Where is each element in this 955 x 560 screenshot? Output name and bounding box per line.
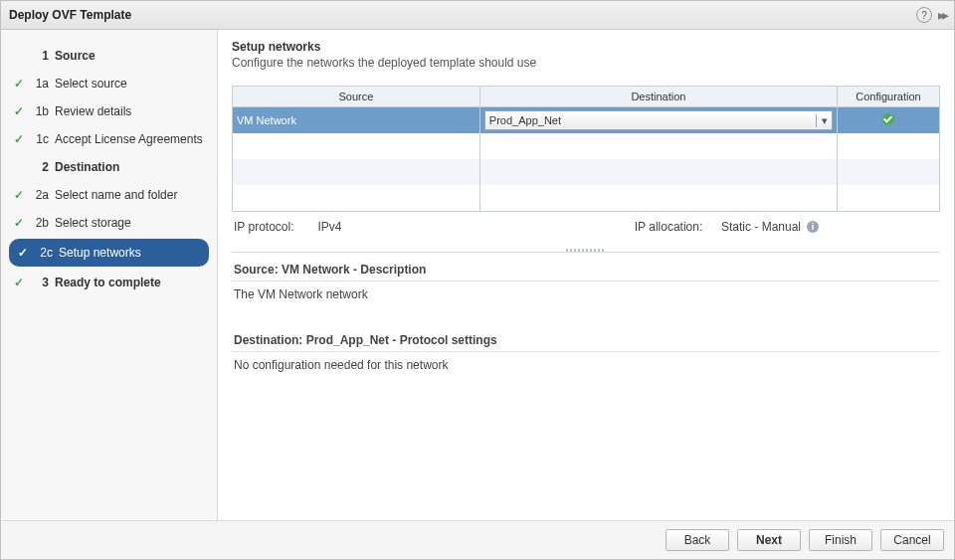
check-icon: ✓ (11, 276, 27, 289)
step-label: Destination (55, 160, 209, 174)
check-icon: ✓ (11, 104, 27, 118)
wizard-step-select-source[interactable]: ✓ 1a Select source (1, 70, 217, 97)
ip-protocol-value: IPv4 (317, 220, 341, 234)
back-button[interactable]: Back (666, 529, 729, 551)
finish-button[interactable]: Finish (809, 529, 872, 551)
cell-destination: Prod_App_Net ▾ (479, 107, 837, 134)
cell-config (838, 107, 940, 134)
dialog-footer: Back Next Finish Cancel (1, 520, 954, 559)
help-icon[interactable]: ? (916, 7, 932, 23)
empty-row (233, 159, 940, 185)
ip-allocation-value: Static - Manual (721, 220, 801, 234)
step-label: Select name and folder (55, 188, 209, 202)
wizard-step-select-name-folder[interactable]: ✓ 2a Select name and folder (1, 181, 217, 209)
network-mapping-table: Source Destination Configuration VM Netw… (232, 86, 940, 212)
step-label: Source (55, 49, 209, 63)
next-button[interactable]: Next (737, 529, 801, 551)
empty-row (233, 133, 940, 159)
col-configuration: Configuration (838, 87, 940, 107)
step-label: Select source (55, 77, 209, 91)
wizard-step-accept-license[interactable]: ✓ 1c Accept License Agreements (1, 125, 217, 153)
step-label: Ready to complete (55, 276, 209, 289)
ip-allocation-label: IP allocation: (635, 220, 703, 234)
step-number: 1b (29, 104, 49, 118)
source-description-head: Source: VM Network - Description (232, 253, 940, 281)
destination-selected-value: Prod_App_Net (489, 114, 816, 126)
wizard-content: Setup networks Configure the networks th… (218, 30, 954, 520)
cell-source: VM Network (233, 107, 480, 134)
check-icon: ✓ (11, 77, 27, 91)
network-row[interactable]: VM Network Prod_App_Net ▾ (233, 107, 940, 134)
cancel-button[interactable]: Cancel (880, 529, 944, 551)
step-number: 2c (33, 246, 53, 260)
protocol-row: IP protocol: IPv4 IP allocation: Static … (232, 212, 940, 246)
step-number: 3 (29, 276, 49, 289)
pin-arrows-icon[interactable]: ▸▸ (938, 7, 946, 23)
step-number: 2b (29, 216, 49, 230)
destination-description-head: Destination: Prod_App_Net - Protocol set… (232, 323, 940, 352)
titlebar: Deploy OVF Template ? ▸▸ (1, 1, 954, 30)
deploy-ovf-dialog: Deploy OVF Template ? ▸▸ 1 Source ✓ 1a S… (0, 0, 955, 560)
chevron-down-icon: ▾ (816, 114, 828, 127)
step-number: 1 (29, 49, 49, 63)
wizard-sidebar: 1 Source ✓ 1a Select source ✓ 1b Review … (1, 30, 218, 520)
step-label: Setup networks (59, 246, 203, 260)
step-number: 2 (29, 160, 49, 174)
wizard-step-destination[interactable]: 2 Destination (1, 153, 217, 181)
step-number: 2a (29, 188, 49, 202)
empty-row (233, 185, 940, 212)
content-subheading: Configure the networks the deployed temp… (232, 56, 940, 70)
content-heading: Setup networks (232, 40, 940, 54)
check-icon: ✓ (11, 132, 27, 146)
ip-protocol-label: IP protocol: (234, 220, 293, 234)
step-number: 1a (29, 77, 49, 91)
col-destination: Destination (479, 87, 837, 107)
destination-description-body: No configuration needed for this network (232, 352, 940, 394)
check-icon: ✓ (15, 246, 31, 260)
step-label: Accept License Agreements (55, 132, 209, 146)
source-description-body: The VM Network network (232, 281, 940, 323)
check-icon: ✓ (11, 188, 27, 202)
step-label: Select storage (55, 216, 209, 230)
wizard-step-review-details[interactable]: ✓ 1b Review details (1, 97, 217, 125)
ok-icon (882, 113, 894, 125)
wizard-step-setup-networks[interactable]: ✓ 2c Setup networks (9, 239, 209, 267)
wizard-step-ready[interactable]: ✓ 3 Ready to complete (1, 269, 217, 296)
step-number: 1c (29, 132, 49, 146)
wizard-step-select-storage[interactable]: ✓ 2b Select storage (1, 209, 217, 237)
destination-network-select[interactable]: Prod_App_Net ▾ (484, 110, 833, 130)
check-icon: ✓ (11, 216, 27, 230)
dialog-body: 1 Source ✓ 1a Select source ✓ 1b Review … (1, 30, 954, 520)
col-source: Source (233, 87, 480, 107)
step-label: Review details (55, 104, 209, 118)
info-icon[interactable]: i (807, 221, 819, 233)
dialog-title: Deploy OVF Template (9, 8, 916, 22)
wizard-step-source[interactable]: 1 Source (1, 42, 217, 70)
